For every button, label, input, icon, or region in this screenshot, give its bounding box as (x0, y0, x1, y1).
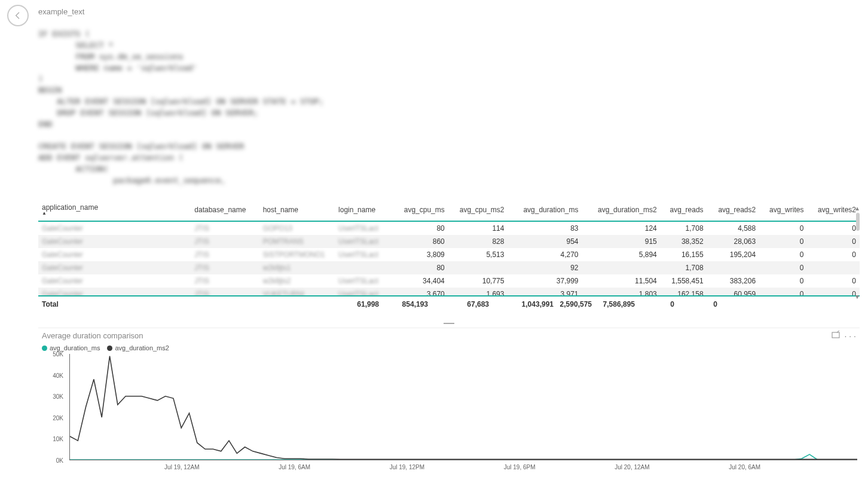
total-login_name (286, 300, 334, 308)
cell-avg_writes: 0 (759, 274, 807, 288)
cell-avg_writes2: 0 (807, 248, 860, 261)
table-total-row: Total61,998854,19367,6831,043,9912,590,5… (38, 297, 860, 312)
chart-panel: Average duration comparison · · · avg_du… (38, 328, 860, 485)
table-row[interactable]: GateCounterJTISw2k8jts2UserITSLact34,404… (38, 274, 860, 288)
data-table: application_name▲database_namehost_namel… (38, 201, 860, 314)
column-header-avg_reads2[interactable]: avg_reads2 (707, 201, 760, 221)
cell-application_name: GateCounter (38, 248, 191, 261)
focus-mode-icon[interactable] (832, 331, 840, 341)
cell-database_name: JTIS (191, 261, 259, 274)
back-button[interactable] (7, 5, 29, 26)
chart-plot-area[interactable] (69, 354, 857, 460)
splitter-handle[interactable] (38, 319, 860, 328)
column-header-login_name[interactable]: login_name (335, 201, 393, 221)
table-row[interactable]: GateCounterJTISSISTPORTMONO1UserITSLact3… (38, 248, 860, 261)
cell-host_name: w2k8jts2 (259, 274, 335, 288)
total-avg_duration_ms: 67,683 (428, 300, 489, 308)
legend-dot-icon (42, 346, 47, 351)
cell-avg_cpu_ms2 (448, 261, 508, 274)
cell-avg_writes2: 0 (807, 288, 860, 297)
total-avg_cpu_ms: 61,998 (334, 300, 379, 308)
cell-avg_cpu_ms2: 114 (448, 221, 508, 235)
table-row[interactable]: GateCounterJTISw2k8jts180921,7080 (38, 261, 860, 274)
cell-avg_reads2 (707, 261, 760, 274)
cell-avg_reads: 1,708 (661, 221, 707, 235)
column-header-avg_reads[interactable]: avg_reads (661, 201, 707, 221)
x-tick-label: Jul 19, 6PM (504, 464, 536, 470)
cell-database_name: JTIS (191, 248, 259, 261)
legend-label: avg_duration_ms2 (115, 344, 169, 352)
cell-avg_duration_ms: 37,999 (508, 274, 582, 288)
cell-avg_duration_ms: 92 (508, 261, 582, 274)
y-tick-label: 50K (53, 351, 63, 357)
table-row[interactable]: GateCounterJTISGOPO13UserITSLact80114831… (38, 221, 860, 235)
total-avg_duration_ms2: 1,043,991 (489, 300, 554, 308)
cell-avg_cpu_ms: 3,670 (393, 288, 448, 297)
total-avg_reads: 2,590,575 (554, 300, 592, 308)
cell-login_name: UserITSLact (335, 221, 393, 235)
legend-item[interactable]: avg_duration_ms2 (107, 344, 169, 352)
cell-avg_cpu_ms2: 10,775 (448, 274, 508, 288)
cell-avg_writes: 0 (759, 261, 807, 274)
cell-avg_duration_ms2: 1,803 (582, 288, 660, 297)
cell-avg_reads: 1,558,451 (661, 274, 707, 288)
table-row[interactable]: GateCounterJTISPOMTRANSUserITSLact860828… (38, 235, 860, 248)
scroll-down-icon[interactable]: ▼ (854, 293, 861, 300)
x-tick-label: Jul 20, 6AM (729, 464, 760, 470)
chart-title: Average duration comparison (42, 331, 143, 340)
cell-avg_writes: 0 (759, 248, 807, 261)
cell-avg_writes2: 0 (807, 274, 860, 288)
cell-login_name: UserITSLact (335, 274, 393, 288)
cell-login_name: UserITSLact (335, 288, 393, 297)
x-tick-label: Jul 20, 12AM (615, 464, 649, 470)
cell-login_name: UserITSLact (335, 248, 393, 261)
cell-host_name: w2k8jts1 (259, 261, 335, 274)
scroll-up-icon[interactable]: ▲ (854, 204, 861, 212)
cell-host_name: GOPO13 (259, 221, 335, 235)
table-row[interactable]: GateCounterJTISVUKETURNIUserITSLact3,670… (38, 288, 860, 297)
column-header-avg_duration_ms2[interactable]: avg_duration_ms2 (582, 201, 660, 221)
total-host_name (224, 300, 286, 308)
column-header-avg_writes[interactable]: avg_writes (759, 201, 807, 221)
cell-avg_duration_ms: 954 (508, 235, 582, 248)
cell-application_name: GateCounter (38, 261, 191, 274)
cell-avg_duration_ms2 (582, 261, 660, 274)
column-header-application_name[interactable]: application_name▲ (38, 201, 191, 221)
cell-avg_duration_ms: 4,270 (508, 248, 582, 261)
total-avg_writes: 0 (635, 300, 674, 308)
cell-avg_duration_ms: 83 (508, 221, 582, 235)
cell-avg_writes: 0 (759, 288, 807, 297)
column-header-avg_cpu_ms[interactable]: avg_cpu_ms (393, 201, 448, 221)
cell-avg_writes: 0 (759, 235, 807, 248)
cell-avg_reads: 162,158 (661, 288, 707, 297)
cell-avg_reads2: 28,063 (707, 235, 760, 248)
column-header-avg_duration_ms[interactable]: avg_duration_ms (508, 201, 582, 221)
cell-avg_duration_ms2: 5,894 (582, 248, 660, 261)
x-tick-label: Jul 19, 6AM (279, 464, 310, 470)
scroll-thumb[interactable] (856, 213, 860, 231)
table-scrollbar[interactable]: ▲ ▼ (854, 204, 862, 300)
column-header-database_name[interactable]: database_name (191, 201, 259, 221)
column-header-avg_cpu_ms2[interactable]: avg_cpu_ms2 (448, 201, 508, 221)
cell-avg_writes2: 0 (807, 221, 860, 235)
cell-avg_writes: 0 (759, 221, 807, 235)
total-avg_cpu_ms2: 854,193 (379, 300, 428, 308)
cell-login_name: UserITSLact (335, 235, 393, 248)
more-options-icon[interactable]: · · · (845, 331, 856, 341)
cell-host_name: POMTRANS (259, 235, 335, 248)
column-header-avg_writes2[interactable]: avg_writes2 (807, 201, 860, 221)
y-tick-label: 40K (53, 372, 63, 378)
legend-item[interactable]: avg_duration_ms (42, 344, 100, 352)
cell-database_name: JTIS (191, 288, 259, 297)
cell-avg_reads: 16,155 (661, 248, 707, 261)
sql-code-block: IF EXISTS ( SELECT * FROM sys.dm_xe_sess… (38, 29, 457, 196)
column-header-host_name[interactable]: host_name (259, 201, 335, 221)
cell-avg_reads2: 60,959 (707, 288, 760, 297)
total-database_name (167, 300, 224, 308)
cell-avg_duration_ms2: 11,504 (582, 274, 660, 288)
series-line-avg_duration_ms2 (70, 356, 857, 460)
cell-avg_duration_ms: 3,971 (508, 288, 582, 297)
cell-avg_cpu_ms: 80 (393, 261, 448, 274)
cell-avg_reads2: 4,588 (707, 221, 760, 235)
cell-application_name: GateCounter (38, 235, 191, 248)
